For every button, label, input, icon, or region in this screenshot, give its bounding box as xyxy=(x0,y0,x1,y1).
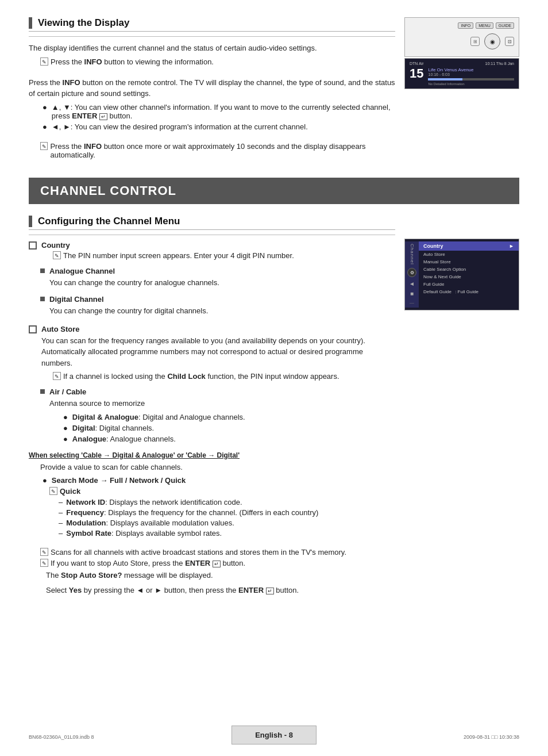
menu-icon3: ■ xyxy=(410,290,414,297)
country-content: Country ✎ The PIN number input screen ap… xyxy=(41,241,294,262)
menu-icon2: ◄ xyxy=(409,281,415,287)
viewing-display-content: Viewing the Display The display identifi… xyxy=(29,17,395,162)
quick-note: ✎ Quick xyxy=(49,487,395,496)
configuring-section: Configuring the Channel Menu Country ✎ T… xyxy=(29,216,519,600)
air-cable-title: Air / Cable xyxy=(49,387,245,396)
dash-symbol-rate: – Symbol Rate: Displays available symbol… xyxy=(59,529,395,538)
viewing-bullet1: ● ▲, ▼: You can view other channel's inf… xyxy=(43,103,395,120)
menu-country-header: Country ► xyxy=(419,241,519,251)
menu-item-3: Now & Next Guide xyxy=(419,273,519,281)
viewing-note2: ✎ Press the INFO button once more or wai… xyxy=(40,142,395,159)
country-note: ✎ The PIN number input screen appears. E… xyxy=(53,251,294,260)
air-cable-bullet3: ● Analogue: Analogue channels. xyxy=(63,435,245,443)
menu-item-0: Auto Store xyxy=(419,251,519,258)
configuring-heading: Configuring the Channel Menu xyxy=(29,216,395,230)
menu-item-5: Default Guide : Full Guide xyxy=(419,288,519,296)
note-icon5: ✎ xyxy=(49,487,57,495)
country-title: Country xyxy=(41,241,294,250)
channel-control-banner: CHANNEL CONTROL xyxy=(29,178,519,204)
page-container: Viewing the Display The display identifi… xyxy=(0,0,548,756)
section-rule xyxy=(29,36,395,37)
menu-item-1: Manual Store xyxy=(419,258,519,266)
auto-store-checkbox xyxy=(29,325,37,333)
menu-content: Country ► Auto Store Manual Store Cable … xyxy=(419,241,519,308)
tv-display-images: INFO MENU GUIDE ⊞ ◉ ⊡ xyxy=(404,17,519,162)
ci-time-top: 10:11 Thu 8 Jan xyxy=(485,62,514,66)
search-mode-bullet: ● Search Mode → Full / Network / Quick xyxy=(43,476,395,485)
channel-label-vertical: Channel xyxy=(410,244,415,265)
note-icon4: ✎ xyxy=(53,372,61,380)
configuring-title: Configuring the Channel Menu xyxy=(38,216,180,227)
viewing-para1: The display identifies the current chann… xyxy=(29,43,395,54)
note-icon: ✎ xyxy=(40,57,48,66)
auto-store-note: ✎ If a channel is locked using the Child… xyxy=(53,372,395,381)
air-cable-square xyxy=(40,389,45,394)
analogue-content: Analogue Channel You can change the coun… xyxy=(49,267,219,292)
select-yes-msg: Select Yes by pressing the ◄ or ► button… xyxy=(46,585,395,596)
remote-nav-circle: ◉ xyxy=(484,33,500,49)
ci-no-detail: No Detailed Information xyxy=(428,82,514,86)
menu-screen-image: Channel ⚙ ◄ ■ — Country ► Auto Store Man… xyxy=(404,239,519,600)
viewing-para2: Press the INFO button on the remote cont… xyxy=(29,77,395,99)
ci-channel-label: DTN Air xyxy=(410,62,424,66)
cable-desc: Provide a value to scan for cable channe… xyxy=(40,462,395,473)
viewing-bullet2: ● ◄, ►: You can view the desired program… xyxy=(43,122,395,131)
footer-page-label: English - 8 xyxy=(231,726,317,745)
ci-program-title: Life On Venus Avenue xyxy=(428,67,514,72)
remote-circle-area: ⊞ ◉ ⊡ xyxy=(410,31,514,52)
digital-content: Digital Channel You can change the count… xyxy=(49,295,208,320)
air-cable-item: Air / Cable Antenna source to memorize ●… xyxy=(40,387,395,446)
ci-main-row: 15 Life On Venus Avenue 10:16 - 6:03 No … xyxy=(410,67,514,86)
menu-item-4: Full Guide xyxy=(419,281,519,288)
cable-heading: When selecting 'Cable → Digital & Analog… xyxy=(29,451,395,459)
digital-title: Digital Channel xyxy=(49,295,208,304)
note-icon3: ✎ xyxy=(53,251,61,259)
ci-top-row: DTN Air 10:11 Thu 8 Jan xyxy=(410,62,514,66)
tv-buttons-row: INFO MENU GUIDE xyxy=(410,22,514,29)
section-rule2 xyxy=(29,235,395,235)
stop-auto-store-msg: The Stop Auto Store? message will be dis… xyxy=(46,570,395,581)
menu-icon1: ⚙ xyxy=(407,268,416,277)
ci-time-range: 10:16 - 6:03 xyxy=(428,72,514,76)
channel-menu-screen: Channel ⚙ ◄ ■ — Country ► Auto Store Man… xyxy=(404,239,519,311)
ci-info-right: Life On Venus Avenue 10:16 - 6:03 No Det… xyxy=(428,67,514,86)
footer-right-text: 2009-08-31 □□ 10:30:38 xyxy=(464,734,519,740)
viewing-display-heading: Viewing the Display xyxy=(29,17,395,32)
auto-store-title: Auto Store xyxy=(41,325,395,333)
viewing-display-section: Viewing the Display The display identifi… xyxy=(29,17,519,162)
analogue-channel-item: Analogue Channel You can change the coun… xyxy=(40,267,395,292)
air-cable-bullet1: ● Digital & Analogue: Digital and Analog… xyxy=(63,413,245,421)
ci-progress-fill xyxy=(428,78,462,80)
note-icon7: ✎ xyxy=(40,559,48,567)
guide-btn: GUIDE xyxy=(496,22,514,29)
analogue-desc: You can change the country for analogue … xyxy=(49,277,219,289)
auto-store-item: Auto Store You can scan for the frequenc… xyxy=(29,325,395,383)
digital-desc: You can change the country for digital c… xyxy=(49,305,208,317)
viewing-note1: ✎ Press the INFO button to viewing the i… xyxy=(40,57,395,66)
auto-store-content: Auto Store You can scan for the frequenc… xyxy=(41,325,395,383)
note-icon2: ✎ xyxy=(40,142,48,150)
channel-info-screen: DTN Air 10:11 Thu 8 Jan 15 Life On Venus… xyxy=(404,58,519,89)
digital-square xyxy=(40,297,45,301)
analogue-title: Analogue Channel xyxy=(49,267,219,275)
note-icon6: ✎ xyxy=(40,548,48,556)
cable-note1: ✎ Scans for all channels with active bro… xyxy=(40,548,395,557)
tv-remote-display: INFO MENU GUIDE ⊞ ◉ ⊡ xyxy=(404,17,519,57)
configuring-content: Configuring the Channel Menu Country ✎ T… xyxy=(29,216,395,600)
dash-network-id: – Network ID: Displays the network ident… xyxy=(59,498,395,506)
viewing-display-title: Viewing the Display xyxy=(38,17,129,29)
info-btn: INFO xyxy=(458,22,473,29)
digital-channel-item: Digital Channel You can change the count… xyxy=(40,295,395,320)
analogue-square xyxy=(40,268,45,273)
country-checkbox xyxy=(29,241,37,250)
menu-btn: MENU xyxy=(476,22,493,29)
dash-frequency: – Frequency: Displays the frequency for … xyxy=(59,508,395,517)
auto-store-desc: You can scan for the frequency ranges av… xyxy=(41,335,395,369)
air-cable-bullet2: ● Digital: Digital channels. xyxy=(63,424,245,432)
air-cable-content: Air / Cable Antenna source to memorize ●… xyxy=(49,387,245,446)
footer-left-text: BN68-02360A_01L09.indb 8 xyxy=(29,734,94,740)
menu-left-sidebar: Channel ⚙ ◄ ■ — xyxy=(405,241,419,308)
ci-progress-bg xyxy=(428,78,514,80)
menu-icon4: — xyxy=(410,300,414,305)
menu-sidebar: Channel ⚙ ◄ ■ — Country ► Auto Store Man… xyxy=(405,241,519,308)
